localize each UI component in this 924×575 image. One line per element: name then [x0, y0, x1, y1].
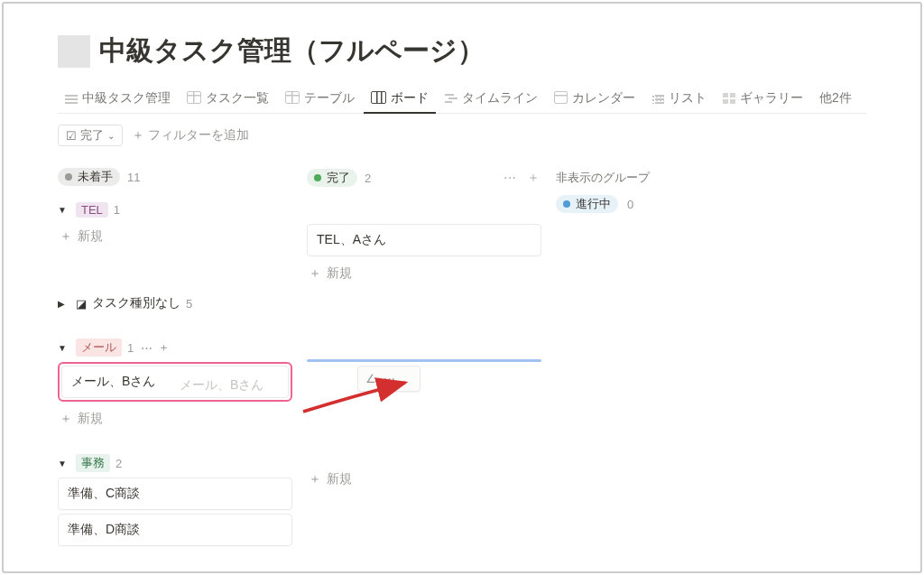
group-tag-mail[interactable]: メール	[76, 339, 122, 357]
tab-label: テーブル	[304, 90, 355, 107]
filter-label: 完了	[80, 127, 104, 144]
drag-ghost-label: メール、Bさん	[180, 377, 263, 394]
card[interactable]: TEL、Aさん	[307, 224, 541, 256]
add-filter-button[interactable]: ＋ フィルターを追加	[132, 127, 249, 144]
new-card-button[interactable]: ＋ 新規	[58, 223, 292, 250]
dragging-card[interactable]: メール、Bさん メール、Bさん	[58, 362, 292, 402]
plus-icon: ＋	[132, 127, 144, 142]
add-card-icon[interactable]: ＋	[525, 168, 541, 188]
timeline-icon	[445, 91, 457, 107]
new-card-button[interactable]: ＋ 新規	[307, 260, 541, 287]
toggle-open-icon[interactable]: ▼	[58, 205, 70, 215]
drop-ghost-toolbar[interactable]: ∠ ⋯	[357, 366, 420, 392]
board-icon	[371, 91, 386, 107]
group-count: 5	[186, 297, 192, 311]
card-title: 準備、D商談	[68, 522, 140, 536]
new-card-button[interactable]: ＋ 新規	[58, 405, 292, 432]
toggle-open-icon[interactable]: ▼	[58, 343, 70, 353]
tab-label: タイムライン	[462, 90, 538, 107]
overflow-label: 他2件	[819, 90, 852, 107]
chevron-down-icon: ⌄	[107, 131, 115, 141]
new-label: 新規	[327, 471, 352, 487]
drop-indicator	[307, 359, 541, 362]
card-title: TEL、Aさん	[317, 232, 386, 246]
new-card-button[interactable]: ＋ 新規	[307, 466, 541, 493]
calendar-icon	[554, 91, 568, 107]
status-label: 進行中	[576, 196, 611, 212]
new-label: 新規	[327, 265, 352, 282]
table-icon	[285, 91, 300, 107]
tab-label: カレンダー	[572, 90, 635, 107]
tray-icon: ◪	[76, 297, 87, 311]
tab-list[interactable]: リスト	[644, 85, 714, 114]
col-count: 2	[365, 172, 371, 185]
group-tag-jimu[interactable]: 事務	[76, 454, 110, 472]
col-count: 11	[127, 171, 140, 184]
status-label: 未着手	[78, 169, 113, 185]
status-dot-icon	[563, 200, 570, 208]
tab-gallery[interactable]: ギャラリー	[716, 85, 810, 114]
tab-label: ボード	[391, 90, 429, 107]
more-icon[interactable]: ⋯	[502, 169, 518, 187]
list-icon	[651, 91, 664, 107]
tab-ichiran[interactable]: タスク一覧	[180, 85, 276, 114]
hidden-groups-title: 非表示のグループ	[556, 166, 754, 195]
board-col-not-started: 未着手 11 ▼ TEL 1 ＋ 新規 ▶ ◪ タスク種別なし	[58, 166, 292, 550]
tab-calendar[interactable]: カレンダー	[547, 85, 642, 114]
status-dot-icon	[65, 173, 72, 181]
card[interactable]: 準備、D商談	[58, 514, 292, 546]
toggle-open-icon[interactable]: ▼	[58, 459, 70, 468]
edit-icon[interactable]: ∠	[365, 372, 376, 385]
status-tag-not-started[interactable]: 未着手	[58, 168, 120, 186]
view-tabs: 中級タスク管理 タスク一覧 テーブル ボード タイムライン カレンダー リスト …	[58, 84, 866, 114]
col-count: 0	[627, 198, 633, 211]
new-label: 新規	[78, 411, 103, 427]
tab-label: リスト	[669, 90, 707, 107]
more-icon[interactable]: ⋯	[141, 341, 152, 355]
new-label: 新規	[78, 228, 103, 245]
gallery-icon	[723, 91, 735, 107]
plus-icon: ＋	[309, 471, 321, 487]
hidden-groups-col: 非表示のグループ 進行中 0	[556, 166, 754, 213]
group-label: タスク種別なし	[92, 295, 180, 311]
card-title: 準備、C商談	[68, 486, 140, 500]
tab-board[interactable]: ボード	[364, 85, 436, 114]
more-icon[interactable]: ⋯	[383, 372, 395, 385]
plus-icon[interactable]: ＋	[158, 339, 170, 356]
plus-icon: ＋	[60, 411, 72, 427]
tab-label: 中級タスク管理	[82, 90, 171, 107]
status-label: 完了	[327, 170, 350, 186]
page-title[interactable]: 中級タスク管理（フルページ）	[99, 32, 485, 70]
board-col-done: 完了 2 ⋯ ＋ TEL、Aさん ＋ 新規 ∠ ⋯	[307, 166, 541, 493]
status-tag-done[interactable]: 完了	[307, 169, 357, 187]
tabs-overflow[interactable]: 他2件	[812, 85, 859, 114]
toggle-closed-icon[interactable]: ▶	[58, 299, 70, 309]
group-tag-none[interactable]: ◪ タスク種別なし	[76, 295, 180, 311]
checkbox-icon: ☑︎	[66, 129, 77, 143]
status-dot-icon	[314, 174, 321, 181]
status-tag-in-progress[interactable]: 進行中	[556, 195, 618, 213]
card[interactable]: 準備、C商談	[58, 478, 292, 510]
table-icon	[187, 91, 201, 107]
group-count: 1	[114, 203, 120, 217]
group-count: 2	[116, 457, 122, 470]
tab-table[interactable]: テーブル	[278, 85, 362, 114]
group-tag-tel[interactable]: TEL	[76, 202, 108, 218]
filter-done[interactable]: ☑︎ 完了 ⌄	[58, 125, 123, 146]
tab-timeline[interactable]: タイムライン	[438, 85, 545, 114]
list-icon	[65, 91, 78, 107]
card-title: メール、Bさん	[71, 374, 155, 388]
tab-kanri[interactable]: 中級タスク管理	[58, 85, 178, 114]
plus-icon: ＋	[309, 265, 321, 282]
tab-label: ギャラリー	[740, 90, 803, 107]
group-count: 1	[127, 341, 134, 355]
add-filter-label: フィルターを追加	[148, 127, 249, 142]
plus-icon: ＋	[60, 228, 72, 245]
tab-label: タスク一覧	[206, 90, 269, 107]
page-icon[interactable]	[58, 35, 90, 68]
